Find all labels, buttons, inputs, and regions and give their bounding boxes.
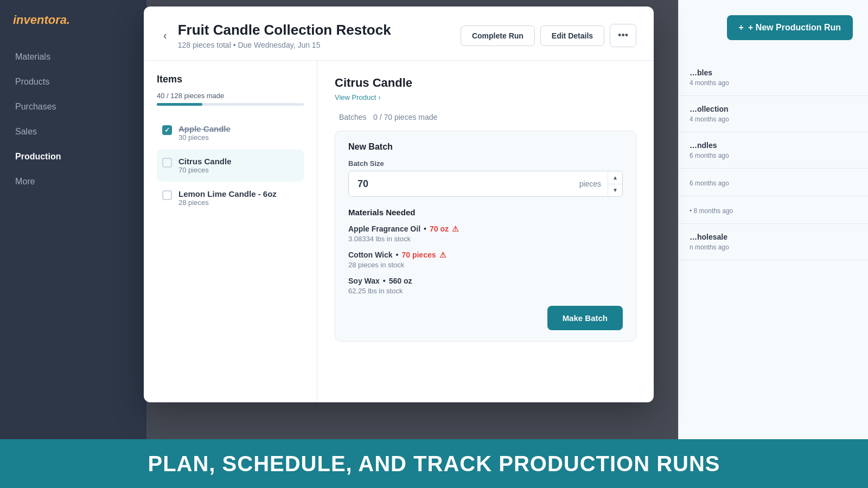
item-pieces-apple-candle: 30 pieces: [178, 133, 231, 142]
items-progress-label: 40 / 128 pieces made: [157, 92, 304, 100]
materials-heading: Materials Needed: [348, 208, 623, 217]
background-list: …bles 4 months ago …ollection 4 months a…: [678, 0, 868, 488]
batches-label: Batches: [339, 113, 367, 121]
item-row-citrus-candle[interactable]: Citrus Candle 70 pieces: [157, 149, 304, 182]
stepper-up-button[interactable]: ▲: [608, 171, 622, 184]
material-qty-apple-fragrance-oil: 70 oz: [430, 224, 449, 233]
sidebar-item-materials[interactable]: Materials: [0, 44, 146, 69]
view-product-text: View Product: [335, 93, 376, 101]
material-name-apple-fragrance-oil: Apple Fragrance Oil: [348, 224, 420, 233]
material-name-row: Apple Fragrance Oil • 70 oz ⚠: [348, 224, 623, 233]
logo: inventora.: [0, 13, 146, 44]
batches-header: Batches 0 / 70 pieces made: [335, 112, 636, 122]
material-name-soy-wax: Soy Wax: [348, 277, 380, 285]
sidebar-item-production[interactable]: Production: [0, 144, 146, 169]
warning-icon-apple-fragrance-oil: ⚠: [452, 224, 459, 233]
detail-panel: Citrus Candle View Product › Batches 0 /…: [317, 61, 654, 402]
item-name-lemon-lime-candle: Lemon Lime Candle - 6oz: [178, 189, 277, 198]
modal-subtitle: 128 pieces total • Due Wednesday, Jun 15: [178, 41, 452, 49]
item-info-apple-candle: Apple Candle 30 pieces: [178, 124, 231, 142]
item-info-lemon-lime-candle: Lemon Lime Candle - 6oz 28 pieces: [178, 189, 277, 207]
list-item: …ndles 6 months ago: [679, 132, 868, 169]
plus-icon: +: [739, 23, 744, 33]
bottom-banner: PLAN, SCHEDULE, AND TRACK PRODUCTION RUN…: [0, 439, 868, 488]
batch-size-stepper: ▲ ▼: [608, 171, 622, 196]
sidebar-item-sales[interactable]: Sales: [0, 119, 146, 144]
item-name-apple-candle: Apple Candle: [178, 124, 231, 133]
items-panel: Items 40 / 128 pieces made Apple Candle …: [144, 61, 317, 402]
item-pieces-lemon-lime-candle: 28 pieces: [178, 198, 277, 207]
progress-bar-background: [157, 103, 304, 106]
item-checkbox-citrus-candle[interactable]: [162, 158, 172, 168]
make-batch-button[interactable]: Make Batch: [547, 306, 623, 330]
list-item: 6 months ago: [679, 169, 868, 196]
new-batch-heading: New Batch: [348, 142, 623, 152]
material-name-row-soy-wax: Soy Wax • 560 oz: [348, 277, 623, 285]
list-item: …ollection 4 months ago: [679, 96, 868, 132]
header-actions: Complete Run Edit Details •••: [461, 24, 636, 47]
modal-header: ‹ Fruit Candle Collection Restock 128 pi…: [144, 7, 654, 61]
material-row-apple-fragrance-oil: Apple Fragrance Oil • 70 oz ⚠ 3.08334 lb…: [348, 224, 623, 243]
material-stock-soy-wax: 62.25 lbs in stock: [348, 287, 623, 295]
batches-progress: 0 / 70 pieces made: [373, 113, 437, 121]
item-info-citrus-candle: Citrus Candle 70 pieces: [178, 157, 232, 174]
back-button[interactable]: ‹: [161, 27, 169, 44]
progress-bar-fill: [157, 103, 202, 106]
material-name-cotton-wick: Cotton Wick: [348, 251, 393, 259]
item-pieces-citrus-candle: 70 pieces: [178, 166, 232, 174]
items-heading: Items: [157, 74, 304, 85]
material-qty-cotton-wick: 70 pieces: [401, 251, 436, 259]
modal-body: Items 40 / 128 pieces made Apple Candle …: [144, 61, 654, 402]
chevron-right-icon: ›: [378, 93, 380, 101]
material-row-cotton-wick: Cotton Wick • 70 pieces ⚠ 28 pieces in s…: [348, 251, 623, 269]
list-item: …holesale n months ago: [679, 224, 868, 260]
complete-run-button[interactable]: Complete Run: [461, 25, 535, 46]
view-product-link[interactable]: View Product ›: [335, 93, 636, 101]
batch-size-input-row: pieces ▲ ▼: [348, 171, 623, 197]
item-row-apple-candle[interactable]: Apple Candle 30 pieces: [157, 117, 304, 149]
sidebar-item-purchases[interactable]: Purchases: [0, 94, 146, 119]
new-batch-card: New Batch Batch Size pieces ▲ ▼ Material…: [335, 131, 636, 342]
material-name-row-cotton-wick: Cotton Wick • 70 pieces ⚠: [348, 251, 623, 259]
product-name: Citrus Candle: [335, 76, 636, 90]
material-stock-apple-fragrance-oil: 3.08334 lbs in stock: [348, 235, 623, 243]
production-run-modal: ‹ Fruit Candle Collection Restock 128 pi…: [144, 7, 654, 402]
item-row-lemon-lime-candle[interactable]: Lemon Lime Candle - 6oz 28 pieces: [157, 182, 304, 214]
warning-icon-cotton-wick: ⚠: [439, 251, 446, 259]
material-row-soy-wax: Soy Wax • 560 oz 62.25 lbs in stock: [348, 277, 623, 295]
batch-size-label: Batch Size: [348, 159, 623, 168]
list-item: • 8 months ago: [679, 196, 868, 224]
batch-size-input[interactable]: [349, 172, 573, 196]
stepper-down-button[interactable]: ▼: [608, 184, 622, 197]
banner-text: PLAN, SCHEDULE, AND TRACK PRODUCTION RUN…: [148, 452, 720, 476]
item-checkbox-apple-candle[interactable]: [162, 125, 172, 135]
edit-details-button[interactable]: Edit Details: [540, 25, 604, 46]
batch-size-unit: pieces: [573, 179, 608, 188]
header-info: Fruit Candle Collection Restock 128 piec…: [178, 22, 452, 49]
material-stock-cotton-wick: 28 pieces in stock: [348, 261, 623, 269]
list-item: …bles 4 months ago: [679, 60, 868, 96]
new-run-label: + New Production Run: [748, 23, 841, 33]
sidebar: inventora. Materials Products Purchases …: [0, 0, 146, 488]
item-name-citrus-candle: Citrus Candle: [178, 157, 232, 166]
sidebar-item-more[interactable]: More: [0, 169, 146, 194]
sidebar-item-products[interactable]: Products: [0, 69, 146, 94]
item-checkbox-lemon-lime-candle[interactable]: [162, 190, 172, 200]
more-options-button[interactable]: •••: [610, 24, 636, 47]
logo-text: inventora.: [13, 13, 70, 27]
modal-title: Fruit Candle Collection Restock: [178, 22, 452, 38]
new-production-run-button[interactable]: + + New Production Run: [727, 15, 853, 40]
material-qty-soy-wax: 560 oz: [389, 277, 412, 285]
